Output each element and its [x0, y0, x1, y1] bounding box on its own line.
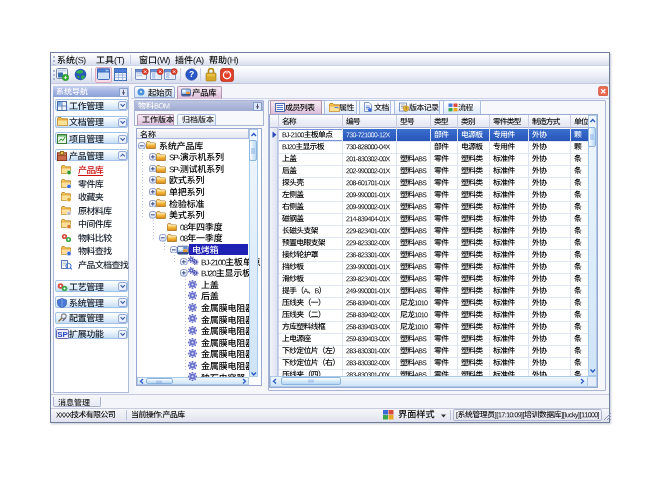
svg-text:SP: SP	[57, 330, 68, 339]
svg-text:?: ?	[189, 69, 194, 79]
